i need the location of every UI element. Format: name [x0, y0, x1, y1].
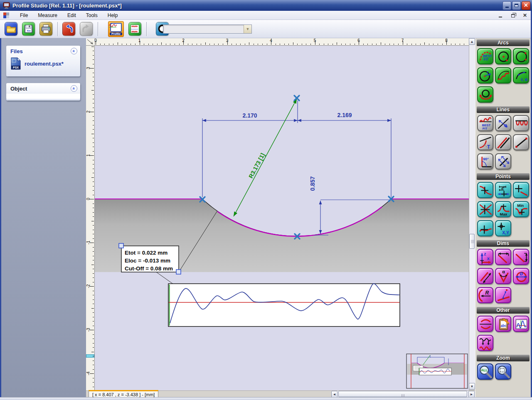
horizontal-scroll-thumb[interactable]	[338, 391, 467, 397]
dim-vertical-button[interactable]	[513, 249, 529, 265]
collapse-object-icon[interactable]: «	[71, 85, 77, 92]
arc-groove-button[interactable]	[477, 86, 493, 103]
point-on-curve-button[interactable]	[477, 182, 493, 198]
dim-zx-icon: zx	[478, 250, 493, 265]
text-label-button[interactable]: abc	[495, 316, 511, 332]
redo-button[interactable]	[80, 22, 93, 36]
circle-by-center-button[interactable]	[495, 48, 511, 64]
arc-best-fit-button[interactable]: BESTFIT	[477, 48, 493, 64]
pt-dist-icon: dd	[496, 183, 511, 198]
dim-ptl-icon	[496, 288, 511, 303]
left-sidebar: Files « PSX roulement.psx* Object	[0, 38, 86, 398]
minimize-button[interactable]	[502, 1, 511, 10]
drawing-canvas[interactable]: 2.170 2.169 0.857 R3.173 [1] Etot = 0.02…	[95, 46, 469, 390]
graph-button[interactable]	[513, 316, 529, 332]
circle-radius-button[interactable]: r	[477, 67, 493, 83]
selection-handle[interactable]	[119, 243, 123, 248]
scroll-up-icon[interactable]: ▲	[469, 38, 475, 45]
menu-measure[interactable]: Measure	[33, 11, 62, 20]
dim-radius-button[interactable]: R	[477, 287, 493, 303]
svg-text:Min: Min	[517, 204, 524, 208]
roughness-view-button[interactable]	[128, 22, 141, 36]
zoom-all-icon: ALL	[478, 365, 493, 379]
dim-horizontal-button[interactable]	[495, 249, 511, 265]
point-on-line-button[interactable]	[513, 182, 529, 198]
redo-arrow-icon	[80, 22, 92, 35]
scroll-down-icon[interactable]: ▼	[469, 383, 475, 390]
svg-text:x: x	[487, 256, 490, 261]
menu-help[interactable]: Help	[103, 11, 123, 20]
profile-button-label: Profile	[110, 32, 122, 35]
menu-file[interactable]: File	[15, 11, 33, 20]
point-on-profile-button[interactable]	[477, 220, 493, 236]
line-parallel-button[interactable]	[495, 134, 511, 150]
menu-edit[interactable]: Edit	[62, 11, 81, 20]
restore-button[interactable]	[512, 1, 521, 10]
collapse-files-icon[interactable]: «	[71, 48, 77, 54]
ruler-label: 2	[179, 38, 187, 43]
svg-text:z: z	[484, 251, 486, 256]
line-angle-button[interactable]: α	[495, 115, 511, 131]
horizontal-scrollbar[interactable]: ◄ ►	[331, 391, 475, 398]
undo-arrow-icon	[63, 22, 75, 35]
measure-combobox[interactable]: ▼	[163, 25, 252, 34]
dim-angle-button[interactable]: α	[495, 268, 511, 284]
arc-ralpha-icon: r, α	[514, 69, 529, 83]
line-perpendicular-button[interactable]: 90°	[477, 153, 493, 169]
point-xy-button[interactable]: X,Y	[495, 220, 511, 236]
line-two-points-button[interactable]	[513, 134, 529, 150]
close-button[interactable]: ✕	[522, 1, 530, 10]
save-button[interactable]: Km	[22, 22, 35, 36]
ruler-label: 7	[399, 38, 407, 43]
vertical-scroll-thumb[interactable]	[469, 234, 475, 249]
apply-form-button[interactable]	[477, 335, 493, 351]
menu-tools[interactable]: Tools	[81, 11, 103, 20]
line-parallel-icon	[496, 135, 511, 150]
point-max-button[interactable]: Max	[495, 201, 511, 217]
mdi-minimize-button[interactable]	[499, 13, 505, 17]
dim-diameter-button[interactable]: Ø	[513, 268, 529, 284]
line-over-peaks-button[interactable]	[513, 115, 529, 131]
arc-trace-icon	[496, 69, 511, 83]
line-best-fit-button[interactable]: BESTFIT	[477, 115, 493, 131]
zoom-all-button[interactable]: ALL	[477, 363, 493, 380]
scroll-right-icon[interactable]: ►	[468, 391, 475, 398]
symmetry-button[interactable]	[477, 316, 493, 332]
dim-distance-button[interactable]	[477, 268, 493, 284]
error-plot[interactable]	[168, 284, 400, 326]
toolbox-section-points: Points	[477, 173, 530, 180]
print-button[interactable]	[39, 22, 52, 36]
undo-button[interactable]	[62, 22, 75, 36]
dimension-lines	[202, 101, 391, 235]
line-distance-button[interactable]	[495, 153, 511, 169]
dim-point-to-line-button[interactable]	[495, 287, 511, 303]
dim-coordinates-button[interactable]: zx	[477, 249, 493, 265]
navigator-minimap[interactable]	[406, 354, 468, 388]
annotation-cutoff: Cut-Off = 0.08 mm	[125, 265, 173, 272]
floppy-disk-icon: Km	[22, 22, 34, 35]
app-window: Profile Studio [Rel. 1.11] - [roulement.…	[0, 0, 532, 400]
zoom-window-button[interactable]	[495, 363, 511, 380]
point-min-button[interactable]: Min	[513, 201, 529, 217]
selection-handle[interactable]	[176, 270, 181, 274]
file-item[interactable]: PSX roulement.psx*	[6, 56, 80, 73]
svg-text:α: α	[504, 123, 507, 128]
open-folder-icon	[5, 22, 17, 35]
profile-view-button[interactable]: Profile	[108, 21, 124, 37]
circle-by-points-button[interactable]	[513, 48, 529, 64]
annotation-box[interactable]: Etot = 0.022 mm Eloc = -0.013 mm Cut-Off…	[119, 243, 181, 274]
vertical-scrollbar[interactable]: ▲ ▼	[469, 38, 475, 390]
arc-r-alpha-button[interactable]: r, α	[513, 67, 529, 83]
arc-trace-button[interactable]	[495, 67, 511, 83]
scroll-left-icon[interactable]: ◄	[331, 391, 337, 398]
open-button[interactable]	[5, 22, 17, 36]
mdi-restore-button[interactable]	[510, 13, 516, 17]
ruler-label: 5	[311, 38, 319, 43]
mdi-close-button[interactable]: ✕	[522, 12, 528, 18]
chevron-down-icon[interactable]: ▼	[244, 25, 251, 33]
line-alpha-icon: α	[496, 116, 511, 131]
point-distance-button[interactable]: dd	[495, 182, 511, 198]
line-tangent-button[interactable]: T	[477, 134, 493, 150]
point-intersection-button[interactable]	[477, 201, 493, 217]
bottom-bar: [ x = 8.407 , z = -3.438 ] - [mm] ◄ ►	[86, 390, 475, 397]
